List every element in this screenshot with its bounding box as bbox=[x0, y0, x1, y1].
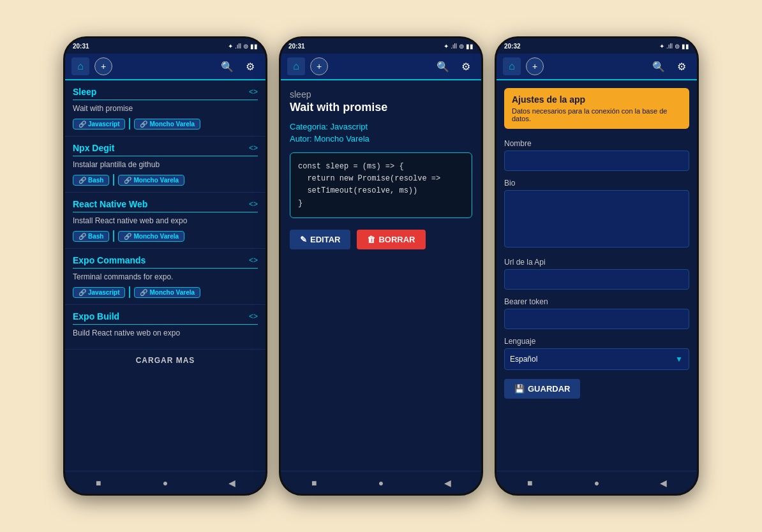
snippet-item-expo[interactable]: Expo Commands <> Terminal commands for e… bbox=[65, 249, 265, 305]
bottom-bar-1: ■ ● ◀ bbox=[65, 471, 265, 494]
status-icons-2: ✦ .ıll ⊚ ▮▮ bbox=[444, 43, 474, 50]
snippet-header-expo: Expo Commands <> bbox=[73, 255, 258, 269]
snippet-title-rnw: React Native Web bbox=[73, 199, 147, 209]
phones-container: 20:31 ✦ .ıll ⊚ ▮▮ ⌂ + 🔍 ⚙ Sleep <> Wait … bbox=[63, 36, 699, 496]
snippet-item-rnw[interactable]: React Native Web <> Install React native… bbox=[65, 193, 265, 249]
snippet-header-sleep: Sleep <> bbox=[73, 87, 258, 100]
snippet-arrows-expo: <> bbox=[249, 256, 258, 265]
detail-actions: ✎ EDITAR 🗑 BORRAR bbox=[290, 230, 472, 249]
tag-divider-rnw bbox=[113, 230, 114, 242]
nombre-input[interactable] bbox=[504, 151, 689, 171]
snippet-desc-expo: Terminal commands for expo. bbox=[73, 272, 258, 281]
settings-button-3[interactable]: ⚙ bbox=[673, 57, 691, 75]
bio-textarea[interactable] bbox=[504, 190, 689, 248]
token-input[interactable] bbox=[504, 309, 689, 329]
alert-title: Ajustes de la app bbox=[512, 94, 682, 105]
code-text: const sleep = (ms) => { return new Promi… bbox=[298, 161, 464, 210]
search-button-3[interactable]: 🔍 bbox=[650, 57, 668, 75]
detail-inner: sleep Wait with promise Categoria: Javas… bbox=[281, 80, 481, 258]
home-button-2[interactable]: ⌂ bbox=[287, 57, 305, 75]
snippet-title-npx: Npx Degit bbox=[73, 143, 114, 153]
tag-author-npx: 🔗 Moncho Varela bbox=[118, 175, 184, 186]
snippet-arrows-rnw: <> bbox=[249, 200, 258, 209]
tag-divider-sleep bbox=[129, 118, 130, 129]
detail-author: Autor: Moncho Varela bbox=[290, 134, 472, 144]
tag-lang-rnw: 🔗 Bash bbox=[73, 231, 109, 242]
tag-author-sleep: 🔗 Moncho Varela bbox=[134, 119, 200, 129]
snippet-title-sleep: Sleep bbox=[73, 87, 96, 97]
status-time-3: 20:32 bbox=[504, 43, 521, 50]
bottom-circle-3[interactable]: ● bbox=[591, 477, 602, 489]
search-button-2[interactable]: 🔍 bbox=[434, 57, 452, 75]
tag-divider-npx bbox=[113, 174, 114, 186]
status-icons-1: ✦ .ıll ⊚ ▮▮ bbox=[228, 43, 258, 50]
bio-label: Bio bbox=[504, 179, 689, 188]
tag-lang-expo: 🔗 Javascript bbox=[73, 287, 125, 298]
home-button-1[interactable]: ⌂ bbox=[71, 57, 89, 75]
bottom-bar-2: ■ ● ◀ bbox=[281, 471, 481, 494]
tag-author-icon-npx: 🔗 bbox=[124, 177, 131, 184]
snippet-desc-npx: Instalar plantilla de github bbox=[73, 160, 258, 169]
snippet-desc-sleep: Wait with promise bbox=[73, 104, 258, 113]
alert-desc: Datos necesarios para la conexión con la… bbox=[512, 107, 682, 122]
save-icon: 💾 bbox=[514, 384, 525, 394]
bottom-bar-3: ■ ● ◀ bbox=[497, 471, 697, 494]
alert-box: Ajustes de la app Datos necesarios para … bbox=[504, 88, 689, 129]
language-select-wrapper: Español English Português ▼ bbox=[504, 348, 689, 379]
snippet-list: Sleep <> Wait with promise 🔗 Javascript … bbox=[65, 80, 265, 471]
add-button-3[interactable]: + bbox=[526, 57, 544, 75]
bottom-back-1[interactable]: ◀ bbox=[227, 477, 238, 489]
bottom-circle-1[interactable]: ● bbox=[160, 477, 171, 489]
status-time-1: 20:31 bbox=[73, 43, 89, 50]
snippet-desc-expobuild: Build React native web on expo bbox=[73, 329, 258, 337]
bottom-square-1[interactable]: ■ bbox=[93, 477, 104, 489]
snippet-item-expobuild[interactable]: Expo Build <> Build React native web on … bbox=[65, 305, 265, 350]
detail-title-small: sleep bbox=[290, 89, 472, 100]
token-label: Bearer token bbox=[504, 297, 689, 306]
delete-icon: 🗑 bbox=[367, 235, 375, 244]
url-input[interactable] bbox=[504, 269, 689, 290]
bottom-back-3[interactable]: ◀ bbox=[658, 477, 669, 489]
snippet-desc-rnw: Install React native web and expo bbox=[73, 216, 258, 225]
tag-author-icon-expo: 🔗 bbox=[140, 289, 147, 296]
home-button-3[interactable]: ⌂ bbox=[503, 57, 521, 75]
bottom-back-2[interactable]: ◀ bbox=[442, 477, 454, 489]
delete-button[interactable]: 🗑 BORRAR bbox=[357, 230, 425, 249]
phone-list: 20:31 ✦ .ıll ⊚ ▮▮ ⌂ + 🔍 ⚙ Sleep <> Wait … bbox=[63, 36, 267, 496]
settings-inner: Ajustes de la app Datos necesarios para … bbox=[497, 80, 697, 406]
nombre-label: Nombre bbox=[504, 139, 689, 148]
status-icons-3: ✦ .ıll ⊚ ▮▮ bbox=[659, 43, 689, 50]
bottom-circle-2[interactable]: ● bbox=[375, 477, 387, 489]
snippet-item-npx[interactable]: Npx Degit <> Instalar plantilla de githu… bbox=[65, 137, 265, 193]
tag-author-rnw: 🔗 Moncho Varela bbox=[118, 231, 184, 242]
tag-icon-rnw: 🔗 bbox=[78, 233, 86, 240]
add-button-2[interactable]: + bbox=[310, 57, 328, 75]
edit-button[interactable]: ✎ EDITAR bbox=[290, 230, 350, 249]
snippet-header-npx: Npx Degit <> bbox=[73, 143, 258, 156]
tag-icon-sleep: 🔗 bbox=[78, 121, 86, 128]
language-select[interactable]: Español English Português bbox=[504, 348, 689, 370]
snippet-arrows-npx: <> bbox=[249, 144, 258, 152]
snippet-tags-expo: 🔗 Javascript 🔗 Moncho Varela bbox=[73, 286, 258, 298]
snippet-tags-npx: 🔗 Bash 🔗 Moncho Varela bbox=[73, 174, 258, 186]
settings-view: Ajustes de la app Datos necesarios para … bbox=[497, 80, 697, 471]
settings-button-1[interactable]: ⚙ bbox=[241, 57, 259, 75]
save-button[interactable]: 💾 GUARDAR bbox=[504, 379, 580, 399]
settings-button-2[interactable]: ⚙ bbox=[457, 57, 475, 75]
detail-title-big: Wait with promise bbox=[290, 101, 472, 114]
snippet-tags-sleep: 🔗 Javascript 🔗 Moncho Varela bbox=[73, 118, 258, 129]
snippet-item-sleep[interactable]: Sleep <> Wait with promise 🔗 Javascript … bbox=[65, 80, 265, 137]
add-button-1[interactable]: + bbox=[94, 57, 112, 75]
load-more-button[interactable]: CARGAR MAS bbox=[65, 350, 265, 371]
snippet-header-expobuild: Expo Build <> bbox=[73, 311, 258, 325]
tag-lang-npx: 🔗 Bash bbox=[73, 175, 109, 186]
search-button-1[interactable]: 🔍 bbox=[218, 57, 236, 75]
detail-view: sleep Wait with promise Categoria: Javas… bbox=[281, 80, 481, 471]
nav-bar-1: ⌂ + 🔍 ⚙ bbox=[65, 54, 265, 80]
bottom-square-2[interactable]: ■ bbox=[308, 477, 320, 489]
tag-lang-sleep: 🔗 Javascript bbox=[73, 119, 125, 129]
tag-divider-expo bbox=[129, 286, 130, 298]
status-bar-3: 20:32 ✦ .ıll ⊚ ▮▮ bbox=[497, 38, 697, 54]
status-time-2: 20:31 bbox=[288, 43, 305, 50]
bottom-square-3[interactable]: ■ bbox=[524, 477, 535, 489]
